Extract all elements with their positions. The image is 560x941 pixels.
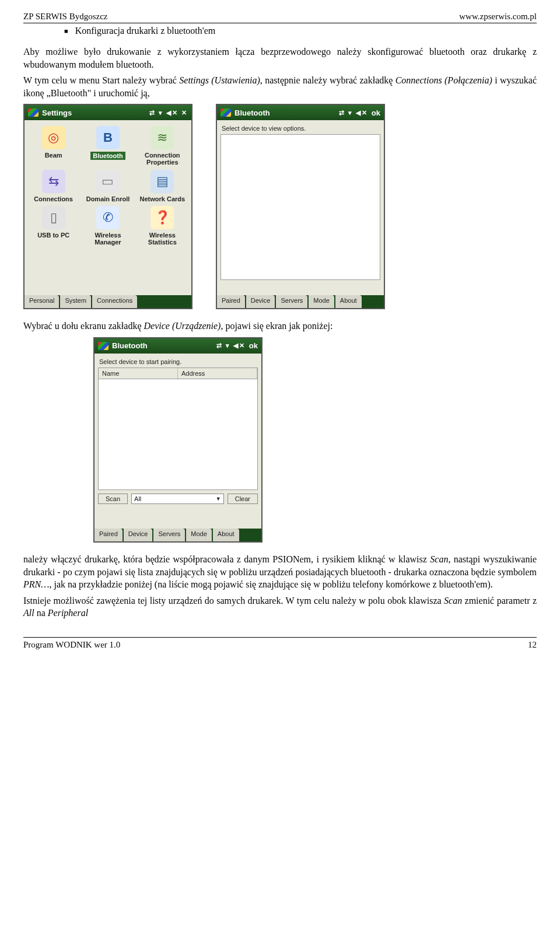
tab-paired[interactable]: Paired — [217, 295, 245, 308]
tab-paired[interactable]: Paired — [94, 529, 123, 541]
bluetooth-icon: B — [96, 126, 120, 149]
tab-system[interactable]: System — [60, 295, 91, 308]
tab-device[interactable]: Device — [246, 295, 275, 308]
filter-value: All — [134, 495, 141, 502]
connection-props-icon: ≋ — [150, 126, 174, 149]
chevron-down-icon: ▼ — [216, 496, 221, 502]
bt1-title: Bluetooth — [235, 109, 270, 117]
footer-page: 12 — [528, 640, 537, 650]
network-cards-icon: ▤ — [150, 170, 174, 193]
tab-connections[interactable]: Connections — [92, 295, 137, 308]
settings-tabs: Personal System Connections — [24, 295, 191, 308]
icon-wireless-manager[interactable]: ✆Wireless Manager — [82, 206, 133, 246]
col-name: Name — [99, 368, 178, 379]
bt1-listbox[interactable] — [220, 134, 380, 280]
tab-servers[interactable]: Servers — [276, 295, 307, 308]
settings-title: Settings — [42, 109, 72, 117]
col-address: Address — [178, 368, 257, 379]
domain-enroll-icon: ▭ — [96, 170, 120, 193]
tab-servers[interactable]: Servers — [153, 529, 185, 541]
bullet-square-icon: ■ — [64, 27, 68, 34]
wireless-manager-icon: ✆ — [96, 206, 120, 229]
screenshot-row-2: Bluetooth ⇄ ▾ ◀✕ ok Select device to sta… — [23, 337, 537, 543]
bt2-list-header: Name Address — [99, 368, 257, 379]
paragraph-3: należy włączyć drukarkę, która będzie ws… — [23, 553, 537, 591]
bt1-titlebar: Bluetooth ⇄ ▾ ◀✕ ok — [217, 105, 384, 120]
icon-connections[interactable]: ⇆Connections — [28, 170, 79, 202]
icon-domain-enroll[interactable]: ▭Domain Enroll — [82, 170, 133, 202]
caption-device-tab: Wybrać u dołu ekranu zakładkę Device (Ur… — [23, 320, 537, 333]
tab-about[interactable]: About — [335, 295, 362, 308]
tab-personal[interactable]: Personal — [24, 295, 59, 308]
icon-wireless-stats[interactable]: ❓Wireless Statistics — [137, 206, 188, 246]
clear-button[interactable]: Clear — [228, 494, 258, 504]
bt2-message: Select device to start pairing. — [94, 354, 261, 368]
bt2-tabs: Paired Device Servers Mode About — [94, 529, 261, 541]
windows-flag-icon — [28, 109, 38, 117]
page-footer: Program WODNIK wer 1.0 12 — [23, 637, 537, 650]
status-icons: ⇄ ▾ ◀✕ ✕ — [149, 109, 188, 117]
windows-flag-icon — [220, 109, 231, 117]
settings-window: Settings ⇄ ▾ ◀✕ ✕ ◎Beam BBluetooth ≋Conn… — [23, 104, 192, 309]
footer-left: Program WODNIK wer 1.0 — [23, 640, 120, 650]
icon-bluetooth[interactable]: BBluetooth — [82, 126, 133, 166]
windows-flag-icon — [98, 342, 108, 350]
bt2-controls: Scan All ▼ Clear — [94, 490, 261, 508]
bt2-title: Bluetooth — [112, 341, 148, 350]
settings-icon-grid: ◎Beam BBluetooth ≋Connection Properties … — [24, 120, 191, 251]
ok-button[interactable]: ok — [249, 341, 258, 350]
paragraph-1: Aby możliwe było drukowanie z wykorzysta… — [23, 46, 537, 71]
status-icons: ⇄ ▾ ◀✕ — [339, 109, 368, 117]
icon-connection-props[interactable]: ≋Connection Properties — [137, 126, 188, 166]
connections-icon: ⇆ — [42, 170, 65, 193]
icon-beam[interactable]: ◎Beam — [28, 126, 79, 166]
tab-about[interactable]: About — [213, 529, 239, 541]
section-title: Konfiguracja drukarki z bluetooth'em — [75, 26, 216, 36]
ok-button[interactable]: ok — [372, 109, 380, 117]
usb-icon: ▯ — [42, 206, 65, 229]
bt2-listbox[interactable]: Name Address — [98, 368, 258, 490]
bt1-message: Select device to view options. — [217, 120, 384, 134]
tab-device[interactable]: Device — [124, 529, 153, 541]
scan-button[interactable]: Scan — [98, 494, 128, 504]
paragraph-2: W tym celu w menu Start należy wybrać Se… — [23, 74, 537, 99]
filter-select[interactable]: All ▼ — [131, 494, 224, 504]
bt2-titlebar: Bluetooth ⇄ ▾ ◀✕ ok — [94, 338, 261, 354]
paragraph-4: Istnieje możliwość zawężenia tej listy u… — [23, 594, 537, 620]
bt1-client: Select device to view options. — [217, 120, 384, 295]
bt2-client: Select device to start pairing. Name Add… — [94, 354, 261, 529]
header-right: www.zpserwis.com.pl — [459, 12, 537, 22]
bluetooth-window-1: Bluetooth ⇄ ▾ ◀✕ ok Select device to vie… — [216, 104, 385, 309]
screenshot-row-1: Settings ⇄ ▾ ◀✕ ✕ ◎Beam BBluetooth ≋Conn… — [23, 104, 537, 309]
settings-client: ◎Beam BBluetooth ≋Connection Properties … — [24, 120, 191, 295]
bluetooth-window-2: Bluetooth ⇄ ▾ ◀✕ ok Select device to sta… — [93, 337, 262, 543]
wireless-stats-icon: ❓ — [150, 206, 174, 229]
status-icons: ⇄ ▾ ◀✕ — [216, 342, 246, 349]
tab-mode[interactable]: Mode — [186, 529, 212, 541]
settings-titlebar: Settings ⇄ ▾ ◀✕ ✕ — [24, 105, 191, 120]
beam-icon: ◎ — [42, 126, 65, 149]
icon-usb-to-pc[interactable]: ▯USB to PC — [28, 206, 79, 246]
icon-network-cards[interactable]: ▤Network Cards — [137, 170, 188, 202]
page-header: ZP SERWIS Bydgoszcz www.zpserwis.com.pl — [23, 12, 537, 23]
section-bullet: ■ Konfiguracja drukarki z bluetooth'em — [23, 26, 537, 36]
tab-mode[interactable]: Mode — [309, 295, 334, 308]
header-left: ZP SERWIS Bydgoszcz — [23, 12, 107, 22]
bt1-tabs: Paired Device Servers Mode About — [217, 295, 384, 308]
